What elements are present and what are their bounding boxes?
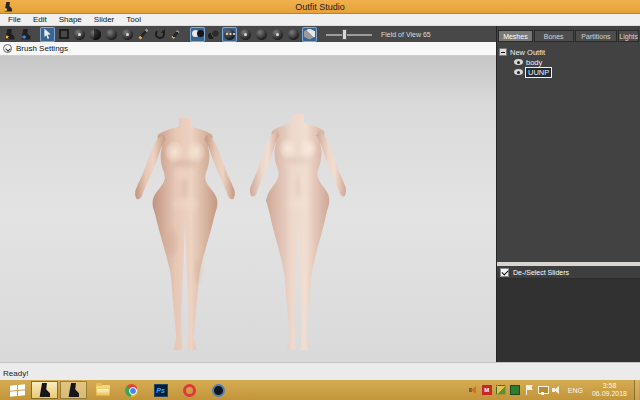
tree-body-label: body	[526, 58, 542, 67]
audio-manager-icon[interactable]	[468, 385, 478, 395]
tray-green-icon[interactable]	[510, 385, 520, 395]
menu-item-shape[interactable]: Shape	[53, 15, 88, 24]
collapse-toggle-icon[interactable]	[3, 44, 12, 53]
tree-uunp-label: UUNP	[526, 68, 551, 77]
tab-meshes[interactable]: Meshes	[498, 30, 533, 42]
move-brush-icon	[106, 29, 117, 40]
show-desktop-button[interactable]	[634, 380, 639, 400]
taskbar-photoshop-button[interactable]: Ps	[147, 381, 174, 399]
tab-partitions[interactable]: Partitions	[575, 30, 618, 42]
brush-settings-label: Brush Settings	[16, 44, 68, 53]
taskbar-file-explorer-button[interactable]	[89, 381, 116, 399]
inflate-brush-button[interactable]	[72, 27, 87, 42]
start-button[interactable]	[4, 380, 30, 400]
collapse-minus-icon[interactable]	[499, 48, 507, 56]
collision-toggle-button[interactable]	[222, 27, 237, 42]
rotate-icon	[155, 29, 165, 39]
sphere-toggle-3-button[interactable]	[270, 27, 285, 42]
action-center-flag-icon[interactable]	[524, 385, 534, 395]
tree-node-body[interactable]: body	[499, 57, 638, 67]
sphere-toggle-4-icon	[288, 29, 299, 40]
connected-only-icon	[208, 29, 220, 40]
alpha-brush-icon	[138, 28, 148, 39]
smooth-brush-button[interactable]	[120, 27, 135, 42]
sphere-toggle-3-icon	[272, 29, 283, 40]
photoshop-label: Ps	[156, 387, 165, 394]
slider-toggle-row: De-/Select Sliders	[497, 266, 640, 279]
left-column: Field of View 65 Brush Settings	[0, 26, 496, 362]
menu-item-file[interactable]: File	[2, 15, 27, 24]
chrome-icon	[125, 384, 138, 397]
pen-tool-button[interactable]	[168, 27, 183, 42]
taskbar-outfit-studio-2-button[interactable]	[60, 381, 87, 399]
round-app-icon	[212, 384, 225, 397]
taskbar: Ps M ENG 3:58 06.09.2018	[0, 380, 640, 400]
eye-icon[interactable]	[514, 69, 523, 75]
tree-node-uunp[interactable]: UUNP	[499, 67, 638, 77]
panel-tabs: Meshes Bones Partitions Lights	[497, 26, 640, 43]
system-tray: M ENG 3:58 06.09.2018	[468, 380, 640, 400]
slider-list-area	[497, 279, 640, 362]
mesh-body[interactable]	[131, 118, 239, 352]
outfit-studio-icon	[68, 383, 79, 397]
slider-track	[326, 34, 372, 36]
save-project-button[interactable]	[18, 27, 33, 42]
taskbar-clock[interactable]: 3:58 06.09.2018	[589, 382, 630, 398]
taskbar-chrome-button[interactable]	[118, 381, 145, 399]
field-of-view-label: Field of View 65	[381, 31, 431, 38]
mask-brush-button[interactable]	[56, 27, 71, 42]
tree-node-new-outfit[interactable]: New Outfit	[499, 47, 638, 57]
network-icon[interactable]	[538, 385, 548, 395]
load-project-button[interactable]	[2, 27, 17, 42]
mask-brush-icon	[59, 29, 69, 39]
deselect-sliders-checkbox[interactable]	[500, 268, 509, 277]
deflate-brush-button[interactable]	[88, 27, 103, 42]
xmirror-toggle-button[interactable]	[190, 27, 205, 42]
pen-icon	[171, 30, 179, 39]
mesh-uunp[interactable]	[246, 114, 350, 352]
rotate-tool-button[interactable]	[152, 27, 167, 42]
opera-icon	[183, 384, 196, 397]
msi-afterburner-icon[interactable]: M	[482, 385, 492, 395]
move-brush-button[interactable]	[104, 27, 119, 42]
file-explorer-icon	[96, 385, 110, 396]
eye-icon[interactable]	[514, 59, 523, 65]
load-project-icon	[5, 29, 15, 40]
connected-only-toggle-button[interactable]	[206, 27, 221, 42]
viewport-3d[interactable]	[0, 56, 496, 362]
sphere-toggle-2-icon	[256, 29, 267, 40]
outfit-studio-icon	[39, 383, 50, 397]
taskbar-opera-button[interactable]	[176, 381, 203, 399]
cursor-icon	[43, 29, 52, 40]
tab-bones[interactable]: Bones	[534, 30, 574, 42]
select-tool-button[interactable]	[40, 27, 55, 42]
taskbar-outfit-studio-button[interactable]	[31, 381, 58, 399]
sphere-toggle-2-button[interactable]	[254, 27, 269, 42]
field-of-view-slider[interactable]	[326, 28, 372, 41]
menu-item-tool[interactable]: Tool	[120, 15, 147, 24]
inflate-brush-icon	[74, 29, 85, 40]
status-bar: Ready!	[0, 362, 640, 380]
tab-lights[interactable]: Lights	[618, 30, 639, 42]
taskbar-round-app-button[interactable]	[205, 381, 232, 399]
menu-item-edit[interactable]: Edit	[27, 15, 53, 24]
photoshop-icon: Ps	[154, 384, 168, 397]
msi-label: M	[484, 387, 489, 393]
sphere-toggle-1-button[interactable]	[238, 27, 253, 42]
cube-icon	[304, 29, 315, 40]
main-area: Field of View 65 Brush Settings	[0, 26, 640, 362]
wireframe-toggle-button[interactable]	[302, 27, 317, 42]
sphere-toggle-1-icon	[240, 29, 251, 40]
toolbar: Field of View 65	[0, 26, 496, 42]
sphere-toggle-4-button[interactable]	[286, 27, 301, 42]
tree-root-label: New Outfit	[510, 48, 545, 57]
screen: Outfit Studio File Edit Shape Slider Too…	[0, 0, 640, 400]
deflate-brush-icon	[90, 29, 101, 40]
alpha-brush-button[interactable]	[136, 27, 151, 42]
collision-icon	[224, 29, 235, 40]
menu-item-slider[interactable]: Slider	[88, 15, 120, 24]
language-indicator[interactable]: ENG	[566, 387, 585, 394]
tray-color-icon[interactable]	[496, 385, 506, 395]
volume-icon[interactable]	[552, 385, 562, 395]
slider-handle[interactable]	[342, 29, 347, 40]
